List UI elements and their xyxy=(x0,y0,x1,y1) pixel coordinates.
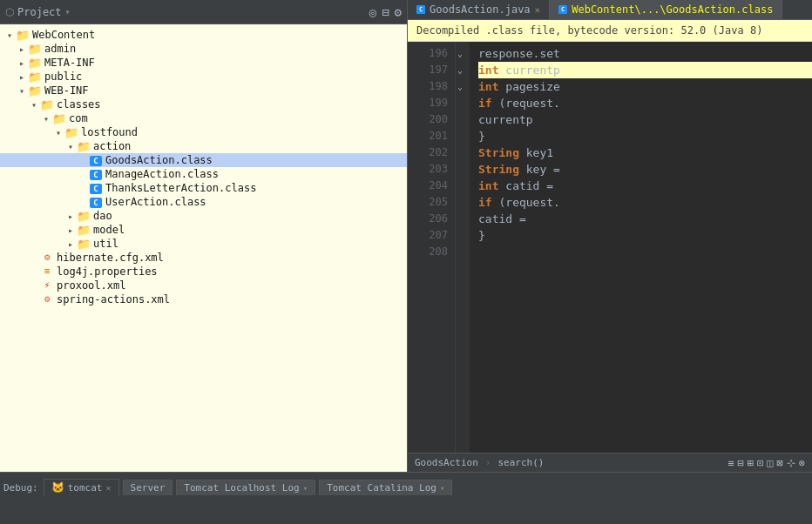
tree-label-manageaction: ManageAction.class xyxy=(105,168,219,180)
tree-item-webcontent[interactable]: ▾ 📁 WebContent xyxy=(0,28,407,42)
project-label: Project xyxy=(17,6,62,18)
code-line-207: catid = xyxy=(478,211,812,227)
toolbar-icon-1[interactable]: ≡ xyxy=(727,457,734,469)
bottom-tab-tomcat[interactable]: 🐱 tomcat ✕ xyxy=(44,479,119,496)
folder-icon-model: 📁 xyxy=(77,224,91,236)
localhost-log-arrow: ▾ xyxy=(303,484,308,493)
tree-item-thanksletteraction[interactable]: C ThanksLetterAction.class xyxy=(0,181,407,195)
tree-item-log4j[interactable]: ≡ log4j.properties xyxy=(0,265,407,279)
toolbar-icon-2[interactable]: ⊟ xyxy=(738,457,744,469)
tree-label-proxool: proxool.xml xyxy=(57,279,125,292)
tree-label-webcontent: WebContent xyxy=(32,29,95,41)
line-num-198: 198 xyxy=(408,78,448,95)
toolbar-icon-4[interactable]: ⊡ xyxy=(757,457,763,469)
tree-label-dao: dao xyxy=(93,210,112,222)
arrow-webcontent: ▾ xyxy=(3,30,16,40)
line-num-207: 207 xyxy=(408,227,448,244)
folder-icon-public: 📁 xyxy=(28,71,42,83)
tomcat-tab-close[interactable]: ✕ xyxy=(106,483,112,493)
tree-label-model: model xyxy=(93,224,125,236)
status-bar: GoodsAction › search() ≡ ⊟ ⊞ ⊡ ◫ ⊠ ⊹ ⊗ xyxy=(408,453,812,472)
line-num-204: 204 xyxy=(408,178,448,194)
tree-item-public[interactable]: ▸ 📁 public xyxy=(0,70,407,84)
class-icon-thanks: C xyxy=(89,182,103,194)
class-icon-manageaction: C xyxy=(89,168,103,180)
tab-class-label: WebContent\...\GoodsAction.class xyxy=(572,3,773,16)
tree-label-admin: admin xyxy=(44,43,76,55)
tree-label-classes: classes xyxy=(57,98,101,111)
tree-label-hibernate: hibernate.cfg.xml xyxy=(57,252,164,264)
line-num-203: 203 xyxy=(408,161,448,178)
line-num-199: 199 xyxy=(408,95,448,111)
folder-icon-meta-inf: 📁 xyxy=(28,57,42,69)
tree-item-goodsaction[interactable]: C GoodsAction.class xyxy=(0,153,407,167)
tree-label-meta-inf: META-INF xyxy=(44,57,95,69)
toolbar-icon-8[interactable]: ⊗ xyxy=(799,457,805,469)
arrow-util: ▸ xyxy=(64,239,77,249)
code-content[interactable]: response.set int currentp int pagesize i… xyxy=(470,42,812,453)
tab-goodsaction-class[interactable]: C WebContent\...\GoodsAction.class xyxy=(550,0,782,19)
tree-item-classes[interactable]: ▾ 📁 classes xyxy=(0,97,407,111)
toolbar-icon-6[interactable]: ⊠ xyxy=(777,457,783,469)
line-num-202: 202 xyxy=(408,144,448,161)
proxool-icon: ⚡ xyxy=(40,279,54,292)
bottom-tab-catalina-log[interactable]: Tomcat Catalina Log ▾ xyxy=(319,480,452,495)
right-panel: C GoodsAction.java ✕ C WebContent\...\Go… xyxy=(408,0,812,472)
bottom-tab-localhost-log[interactable]: Tomcat Localhost Log ▾ xyxy=(176,480,315,495)
arrow-lostfound: ▾ xyxy=(52,128,64,138)
tomcat-icon: 🐱 xyxy=(51,481,64,494)
left-panel-title: ⬡ Project ▾ xyxy=(5,6,71,18)
project-dropdown-icon[interactable]: ▾ xyxy=(65,7,71,17)
left-panel-actions: ◎ ⊟ ⚙ xyxy=(369,5,402,19)
main-container: ⬡ Project ▾ ◎ ⊟ ⚙ ▾ 📁 WebContent xyxy=(0,0,812,524)
tree-label-com: com xyxy=(69,112,88,124)
tree-label-public: public xyxy=(44,71,82,83)
tree-item-meta-inf[interactable]: ▸ 📁 META-INF xyxy=(0,56,407,70)
tree-item-com[interactable]: ▾ 📁 com xyxy=(0,111,407,125)
code-line-198: int pagesize xyxy=(478,78,812,95)
line-num-206: 206 xyxy=(408,211,448,227)
tab-java-close[interactable]: ✕ xyxy=(535,4,541,16)
tree-item-useraction[interactable]: C UserAction.class xyxy=(0,195,407,209)
left-panel: ⬡ Project ▾ ◎ ⊟ ⚙ ▾ 📁 WebContent xyxy=(0,0,408,472)
arrow-admin: ▸ xyxy=(16,44,28,54)
toolbar-icon-7[interactable]: ⊹ xyxy=(787,457,795,469)
code-area: 196 197 198 199 200 201 202 203 204 205 … xyxy=(408,42,812,453)
bottom-tab-server[interactable]: Server xyxy=(123,480,173,495)
tab-goodsaction-java[interactable]: C GoodsAction.java ✕ xyxy=(408,0,550,19)
code-line-205: int catid = xyxy=(478,178,812,194)
line-num-208: 208 xyxy=(408,244,448,260)
collapse-icon[interactable]: ⊟ xyxy=(382,5,389,19)
target-icon[interactable]: ◎ xyxy=(369,5,376,19)
tree-item-dao[interactable]: ▸ 📁 dao xyxy=(0,209,407,223)
breadcrumb-class: GoodsAction xyxy=(415,457,478,468)
tree-item-action[interactable]: ▾ 📁 action xyxy=(0,139,407,153)
tree-label-action: action xyxy=(93,140,131,152)
tree-item-util[interactable]: ▸ 📁 util xyxy=(0,237,407,251)
tree-item-model[interactable]: ▸ 📁 model xyxy=(0,223,407,237)
toolbar-icon-3[interactable]: ⊞ xyxy=(748,457,754,469)
arrow-dao: ▸ xyxy=(64,212,77,221)
tree-item-web-inf[interactable]: ▾ 📁 WEB-INF xyxy=(0,84,407,97)
decompiled-banner: Decompiled .class file, bytecode version… xyxy=(408,20,812,42)
code-line-199: if (request. xyxy=(478,95,812,111)
tree-item-hibernate[interactable]: ⚙ hibernate.cfg.xml xyxy=(0,251,407,265)
class-icon-goodsaction: C xyxy=(89,154,103,166)
fold-199[interactable]: ⌄ xyxy=(457,45,468,62)
tree-item-manageaction[interactable]: C ManageAction.class xyxy=(0,167,407,181)
settings-icon[interactable]: ⚙ xyxy=(395,5,402,19)
toolbar-icon-5[interactable]: ◫ xyxy=(767,457,773,469)
spring-icon: ⚙ xyxy=(40,293,54,306)
tree-item-proxool[interactable]: ⚡ proxool.xml xyxy=(0,279,407,292)
tree-item-spring[interactable]: ⚙ spring-actions.xml xyxy=(0,292,407,306)
tree-item-admin[interactable]: ▸ 📁 admin xyxy=(0,42,407,56)
fold-gutter: ⌄ ⌄ ⌄ xyxy=(456,42,470,453)
decompiled-text: Decompiled .class file, bytecode version… xyxy=(416,24,762,37)
tree-label-util: util xyxy=(93,238,118,250)
fold-206[interactable]: ⌄ xyxy=(457,78,468,95)
fold-201[interactable]: ⌄ xyxy=(457,62,468,78)
catalina-log-label: Tomcat Catalina Log xyxy=(327,482,436,494)
tree-item-lostfound[interactable]: ▾ 📁 lostfound xyxy=(0,125,407,139)
folder-icon-web-inf: 📁 xyxy=(28,84,42,97)
bottom-panel: Debug: 🐱 tomcat ✕ Server Tomcat Localhos… xyxy=(0,472,812,524)
